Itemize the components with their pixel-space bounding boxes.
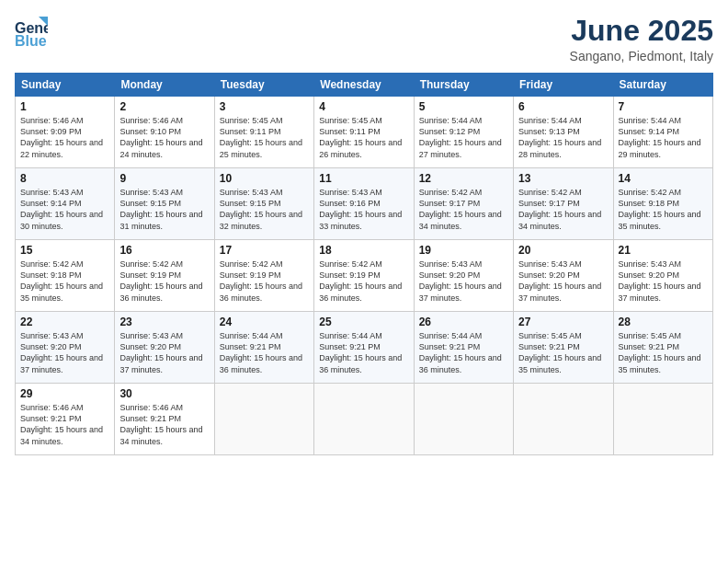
day-info: Sunrise: 5:46 AM Sunset: 9:21 PM Dayligh… [119, 402, 209, 447]
table-row: 27Sunrise: 5:45 AM Sunset: 9:21 PM Dayli… [514, 312, 613, 384]
table-row: 10Sunrise: 5:43 AM Sunset: 9:15 PM Dayli… [214, 168, 313, 240]
table-row: 21Sunrise: 5:43 AM Sunset: 9:20 PM Dayli… [613, 240, 712, 312]
day-number: 23 [119, 316, 209, 328]
day-info: Sunrise: 5:42 AM Sunset: 9:18 PM Dayligh… [20, 259, 109, 304]
logo: General Blue [15, 15, 48, 52]
day-info: Sunrise: 5:43 AM Sunset: 9:20 PM Dayligh… [619, 259, 708, 304]
day-number: 1 [20, 100, 109, 113]
day-number: 14 [619, 172, 708, 185]
table-row: 11Sunrise: 5:43 AM Sunset: 9:16 PM Dayli… [314, 168, 414, 240]
table-row [514, 384, 613, 455]
header: General Blue June 2025 Sangano, Piedmont… [15, 15, 713, 63]
day-info: Sunrise: 5:45 AM Sunset: 9:21 PM Dayligh… [518, 330, 608, 375]
logo-block: General Blue [15, 15, 48, 52]
day-info: Sunrise: 5:43 AM Sunset: 9:15 PM Dayligh… [220, 187, 309, 232]
calendar-week-3: 22Sunrise: 5:43 AM Sunset: 9:20 PM Dayli… [16, 312, 713, 384]
day-number: 6 [518, 100, 608, 113]
day-info: Sunrise: 5:43 AM Sunset: 9:15 PM Dayligh… [119, 187, 209, 232]
col-wednesday: Wednesday [314, 74, 414, 97]
logo-icon: General Blue [15, 15, 48, 52]
day-number: 11 [319, 172, 408, 185]
day-number: 8 [20, 172, 109, 185]
table-row: 17Sunrise: 5:42 AM Sunset: 9:19 PM Dayli… [214, 240, 313, 312]
col-monday: Monday [115, 74, 214, 97]
day-info: Sunrise: 5:46 AM Sunset: 9:21 PM Dayligh… [20, 402, 109, 447]
table-row [414, 384, 513, 455]
table-row: 9Sunrise: 5:43 AM Sunset: 9:15 PM Daylig… [115, 168, 214, 240]
day-number: 3 [220, 100, 309, 113]
day-info: Sunrise: 5:43 AM Sunset: 9:20 PM Dayligh… [119, 330, 209, 375]
day-info: Sunrise: 5:43 AM Sunset: 9:16 PM Dayligh… [319, 187, 408, 232]
table-row: 2Sunrise: 5:46 AM Sunset: 9:10 PM Daylig… [115, 97, 214, 168]
day-number: 30 [119, 387, 209, 400]
day-info: Sunrise: 5:42 AM Sunset: 9:19 PM Dayligh… [319, 259, 408, 304]
day-number: 26 [419, 316, 508, 328]
calendar-week-0: 1Sunrise: 5:46 AM Sunset: 9:09 PM Daylig… [16, 97, 713, 168]
table-row: 1Sunrise: 5:46 AM Sunset: 9:09 PM Daylig… [16, 97, 115, 168]
table-row: 29Sunrise: 5:46 AM Sunset: 9:21 PM Dayli… [16, 384, 115, 455]
day-info: Sunrise: 5:45 AM Sunset: 9:11 PM Dayligh… [220, 115, 309, 160]
day-info: Sunrise: 5:46 AM Sunset: 9:10 PM Dayligh… [119, 115, 209, 160]
col-sunday: Sunday [16, 74, 115, 97]
table-row: 26Sunrise: 5:44 AM Sunset: 9:21 PM Dayli… [414, 312, 513, 384]
day-info: Sunrise: 5:44 AM Sunset: 9:13 PM Dayligh… [518, 115, 608, 160]
day-number: 10 [220, 172, 309, 185]
svg-text:Blue: Blue [15, 33, 47, 48]
day-number: 7 [619, 100, 708, 113]
day-info: Sunrise: 5:45 AM Sunset: 9:11 PM Dayligh… [319, 115, 408, 160]
day-number: 24 [220, 316, 309, 328]
day-number: 18 [319, 244, 408, 257]
day-number: 9 [119, 172, 209, 185]
table-row: 30Sunrise: 5:46 AM Sunset: 9:21 PM Dayli… [115, 384, 214, 455]
day-number: 16 [119, 244, 209, 257]
title-block: June 2025 Sangano, Piedmont, Italy [570, 15, 713, 63]
day-info: Sunrise: 5:44 AM Sunset: 9:21 PM Dayligh… [419, 330, 508, 375]
day-info: Sunrise: 5:42 AM Sunset: 9:17 PM Dayligh… [419, 187, 508, 232]
table-row: 25Sunrise: 5:44 AM Sunset: 9:21 PM Dayli… [314, 312, 414, 384]
day-info: Sunrise: 5:42 AM Sunset: 9:18 PM Dayligh… [619, 187, 708, 232]
calendar-week-1: 8Sunrise: 5:43 AM Sunset: 9:14 PM Daylig… [16, 168, 713, 240]
day-info: Sunrise: 5:43 AM Sunset: 9:20 PM Dayligh… [518, 259, 608, 304]
day-info: Sunrise: 5:42 AM Sunset: 9:19 PM Dayligh… [220, 259, 309, 304]
day-info: Sunrise: 5:43 AM Sunset: 9:20 PM Dayligh… [419, 259, 508, 304]
calendar-week-2: 15Sunrise: 5:42 AM Sunset: 9:18 PM Dayli… [16, 240, 713, 312]
day-info: Sunrise: 5:44 AM Sunset: 9:21 PM Dayligh… [319, 330, 408, 375]
col-saturday: Saturday [613, 74, 712, 97]
day-number: 4 [319, 100, 408, 113]
day-number: 13 [518, 172, 608, 185]
table-row: 16Sunrise: 5:42 AM Sunset: 9:19 PM Dayli… [115, 240, 214, 312]
day-number: 25 [319, 316, 408, 328]
table-row: 18Sunrise: 5:42 AM Sunset: 9:19 PM Dayli… [314, 240, 414, 312]
table-row: 12Sunrise: 5:42 AM Sunset: 9:17 PM Dayli… [414, 168, 513, 240]
table-row: 15Sunrise: 5:42 AM Sunset: 9:18 PM Dayli… [16, 240, 115, 312]
day-info: Sunrise: 5:42 AM Sunset: 9:19 PM Dayligh… [119, 259, 209, 304]
col-thursday: Thursday [414, 74, 513, 97]
day-number: 17 [220, 244, 309, 257]
day-number: 29 [20, 387, 109, 400]
calendar-week-4: 29Sunrise: 5:46 AM Sunset: 9:21 PM Dayli… [16, 384, 713, 455]
table-row [214, 384, 313, 455]
day-info: Sunrise: 5:44 AM Sunset: 9:12 PM Dayligh… [419, 115, 508, 160]
table-row: 7Sunrise: 5:44 AM Sunset: 9:14 PM Daylig… [613, 97, 712, 168]
day-number: 5 [419, 100, 508, 113]
table-row: 23Sunrise: 5:43 AM Sunset: 9:20 PM Dayli… [115, 312, 214, 384]
table-row: 24Sunrise: 5:44 AM Sunset: 9:21 PM Dayli… [214, 312, 313, 384]
col-friday: Friday [514, 74, 613, 97]
table-row: 3Sunrise: 5:45 AM Sunset: 9:11 PM Daylig… [214, 97, 313, 168]
table-row: 19Sunrise: 5:43 AM Sunset: 9:20 PM Dayli… [414, 240, 513, 312]
table-row: 6Sunrise: 5:44 AM Sunset: 9:13 PM Daylig… [514, 97, 613, 168]
table-row: 14Sunrise: 5:42 AM Sunset: 9:18 PM Dayli… [613, 168, 712, 240]
day-number: 12 [419, 172, 508, 185]
table-row: 8Sunrise: 5:43 AM Sunset: 9:14 PM Daylig… [16, 168, 115, 240]
day-number: 2 [119, 100, 209, 113]
day-info: Sunrise: 5:42 AM Sunset: 9:17 PM Dayligh… [518, 187, 608, 232]
table-row: 28Sunrise: 5:45 AM Sunset: 9:21 PM Dayli… [613, 312, 712, 384]
table-row: 5Sunrise: 5:44 AM Sunset: 9:12 PM Daylig… [414, 97, 513, 168]
location: Sangano, Piedmont, Italy [570, 49, 713, 63]
day-info: Sunrise: 5:44 AM Sunset: 9:21 PM Dayligh… [220, 330, 309, 375]
table-row: 22Sunrise: 5:43 AM Sunset: 9:20 PM Dayli… [16, 312, 115, 384]
table-row: 20Sunrise: 5:43 AM Sunset: 9:20 PM Dayli… [514, 240, 613, 312]
day-number: 15 [20, 244, 109, 257]
day-info: Sunrise: 5:43 AM Sunset: 9:20 PM Dayligh… [20, 330, 109, 375]
header-row: Sunday Monday Tuesday Wednesday Thursday… [16, 74, 713, 97]
